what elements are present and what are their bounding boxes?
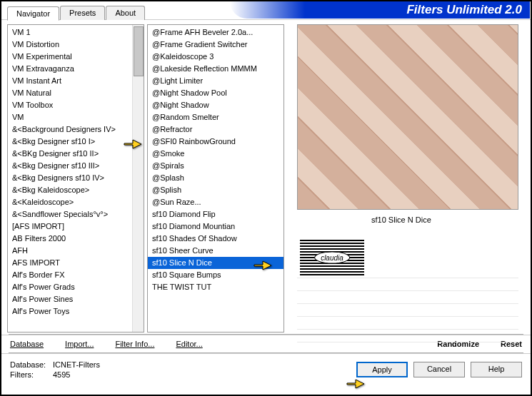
category-item[interactable]: VM Experimental	[8, 51, 144, 63]
status-area: Database: ICNET-Filters Filters: 4595	[10, 360, 100, 380]
status-filters-label: Filters:	[10, 370, 53, 380]
filter-item[interactable]: @Smoke	[148, 148, 283, 160]
parameter-area	[297, 265, 518, 342]
filter-item[interactable]: sf10 Diamond Mountian	[148, 220, 283, 233]
filter-item[interactable]: sf10 Square Bumps	[148, 269, 283, 281]
filter-item[interactable]: @Spirals	[148, 160, 283, 172]
current-filter-label: sf10 Slice N Dice	[371, 215, 525, 224]
filter-item[interactable]: @Splish	[148, 184, 283, 196]
filter-item[interactable]: @Random Smelter	[148, 111, 283, 123]
claudia-logo	[300, 240, 364, 275]
preview-image	[297, 24, 518, 210]
category-item[interactable]: &<Background Designers IV>	[8, 123, 144, 136]
filter-item[interactable]: @Sun Raze...	[148, 196, 283, 208]
tab-presets[interactable]: Presets	[60, 6, 105, 20]
database-link[interactable]: Database	[10, 340, 44, 348]
help-button[interactable]: Help	[471, 362, 522, 377]
category-item[interactable]: &<BKg Designer sf10 II>	[8, 148, 144, 160]
filter-item[interactable]: @Night Shadow	[148, 99, 283, 111]
scroll-thumb[interactable]	[134, 26, 144, 76]
category-item[interactable]: Alf's Power Grads	[8, 281, 144, 293]
apply-button[interactable]: Apply	[356, 362, 408, 377]
tab-bar: Navigator Presets About	[7, 6, 146, 20]
category-item[interactable]: VM	[8, 111, 144, 123]
category-item[interactable]: VM Extravaganza	[8, 63, 144, 75]
cancel-button[interactable]: Cancel	[413, 362, 465, 377]
category-item[interactable]: &<Bkg Designer sf10 III>	[8, 160, 144, 172]
category-item[interactable]: Alf's Power Toys	[8, 305, 144, 318]
category-item[interactable]: VM Natural	[8, 87, 144, 99]
tab-navigator[interactable]: Navigator	[7, 6, 59, 21]
category-item[interactable]: VM Instant Art	[8, 75, 144, 87]
category-item[interactable]: &<Sandflower Specials°v°>	[8, 208, 144, 220]
status-db-value: ICNET-Filters	[53, 360, 100, 370]
filter-item[interactable]: @Kaleidoscope 3	[148, 51, 283, 63]
filter-item[interactable]: @Light Limiter	[148, 75, 283, 87]
category-item[interactable]: VM 1	[8, 26, 144, 39]
category-item[interactable]: &<Bkg Designers sf10 IV>	[8, 172, 144, 184]
filter-item[interactable]: @Lakeside Reflection MMMM	[148, 63, 283, 75]
import-link[interactable]: Import...	[65, 340, 94, 348]
category-scrollbar[interactable]	[132, 25, 144, 332]
category-item[interactable]: &<Bkg Designer sf10 I>	[8, 136, 144, 148]
filter-item[interactable]: sf10 Diamond Flip	[148, 208, 283, 220]
filter-item[interactable]: @Frame Gradient Switcher	[148, 39, 283, 51]
filter-item[interactable]: @Splash	[148, 172, 283, 184]
filter-item[interactable]: @SFI0 RainbowGround	[148, 136, 283, 148]
category-list[interactable]: VM 1VM DistortionVM ExperimentalVM Extra…	[7, 24, 144, 332]
category-item[interactable]: AFH	[8, 245, 144, 257]
filter-item[interactable]: @Refractor	[148, 123, 283, 136]
status-db-label: Database:	[10, 360, 53, 370]
category-item[interactable]: Alf's Power Sines	[8, 293, 144, 305]
category-item[interactable]: &<Kaleidoscope>	[8, 196, 144, 208]
app-title: Filters Unlimited 2.0	[406, 3, 522, 17]
category-item[interactable]: VM Toolbox	[8, 99, 144, 111]
editor-link[interactable]: Editor...	[176, 340, 202, 348]
category-item[interactable]: AFS IMPORT	[8, 257, 144, 269]
category-item[interactable]: &<Bkg Kaleidoscope>	[8, 184, 144, 196]
tab-about[interactable]: About	[106, 6, 145, 20]
filter-item[interactable]: @Frame AFH Beveler 2.0a...	[148, 26, 283, 39]
filter-item[interactable]: THE TWIST TUT	[148, 281, 283, 293]
filter-list[interactable]: @Frame AFH Beveler 2.0a...@Frame Gradien…	[147, 24, 284, 332]
filter-item[interactable]: sf10 Slice N Dice	[148, 257, 283, 269]
category-item[interactable]: Alf's Border FX	[8, 269, 144, 281]
category-item[interactable]: AB Filters 2000	[8, 233, 144, 245]
category-item[interactable]: [AFS IMPORT]	[8, 220, 144, 233]
filter-item[interactable]: sf10 Shades Of Shadow	[148, 233, 283, 245]
category-item[interactable]: VM Distortion	[8, 39, 144, 51]
filter-info-link[interactable]: Filter Info...	[115, 340, 154, 348]
filter-item[interactable]: @Night Shadow Pool	[148, 87, 283, 99]
filter-item[interactable]: sf10 Sheer Curve	[148, 245, 283, 257]
status-filters-value: 4595	[53, 370, 70, 380]
